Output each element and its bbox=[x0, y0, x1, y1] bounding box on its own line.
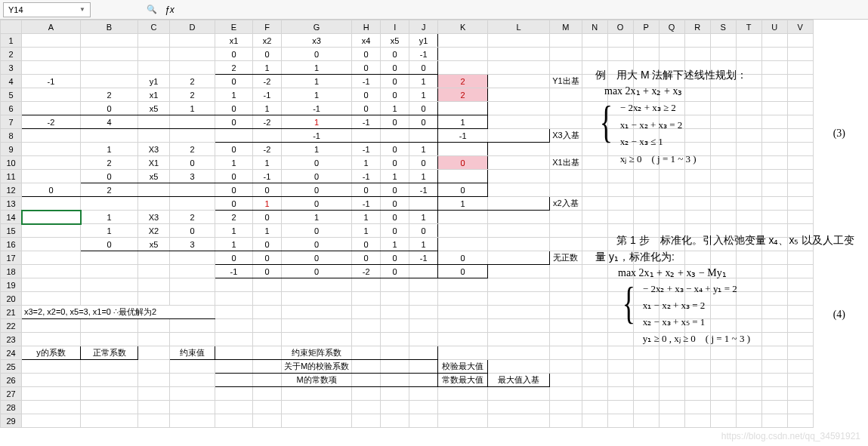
cell-H19[interactable] bbox=[352, 278, 381, 292]
cell-C13[interactable] bbox=[138, 197, 170, 211]
cell-C23[interactable] bbox=[138, 333, 170, 346]
row-header-11[interactable]: 11 bbox=[1, 170, 22, 183]
cell-B25[interactable] bbox=[81, 360, 138, 374]
cell-I10[interactable]: 0 bbox=[381, 156, 409, 170]
cell-I4[interactable]: 0 bbox=[381, 75, 409, 88]
cell-F28[interactable] bbox=[253, 401, 282, 414]
cell-I16[interactable]: 1 bbox=[381, 238, 409, 251]
col-header-S[interactable]: S bbox=[710, 20, 736, 34]
cell-J2[interactable]: -1 bbox=[409, 48, 438, 61]
cell-H20[interactable] bbox=[352, 292, 381, 306]
cell-R26[interactable] bbox=[684, 374, 710, 387]
cell-K13[interactable]: 1 bbox=[438, 197, 488, 211]
cell-M26[interactable] bbox=[550, 374, 582, 387]
cell-B17[interactable] bbox=[81, 251, 138, 265]
cell-I24[interactable] bbox=[381, 346, 409, 360]
row-header-3[interactable]: 3 bbox=[1, 61, 22, 75]
cell-G20[interactable] bbox=[282, 292, 352, 306]
cell-T1[interactable] bbox=[736, 34, 761, 48]
cell-E3[interactable]: 2 bbox=[215, 61, 253, 75]
cell-U2[interactable] bbox=[761, 48, 787, 61]
cell-D20[interactable] bbox=[170, 292, 215, 306]
cell-T25[interactable] bbox=[736, 360, 761, 374]
cell-S28[interactable] bbox=[710, 401, 736, 414]
cell-H12[interactable]: 0 bbox=[352, 183, 381, 197]
cell-I14[interactable]: 0 bbox=[381, 211, 409, 224]
cell-L1[interactable] bbox=[488, 34, 550, 48]
cell-N14[interactable] bbox=[582, 211, 607, 224]
cell-E19[interactable] bbox=[215, 278, 253, 292]
cell-D29[interactable] bbox=[170, 414, 215, 428]
cell-E22[interactable] bbox=[215, 319, 253, 333]
cell-A27[interactable] bbox=[22, 387, 81, 401]
cell-J15[interactable]: 0 bbox=[409, 224, 438, 238]
cell-H14[interactable]: 1 bbox=[352, 211, 381, 224]
cell-F1[interactable]: x2 bbox=[253, 34, 282, 48]
cell-U14[interactable] bbox=[761, 211, 787, 224]
cell-J12[interactable]: -1 bbox=[409, 183, 438, 197]
cell-G10[interactable]: 0 bbox=[282, 156, 352, 170]
cell-H4[interactable]: -1 bbox=[352, 75, 381, 88]
cell-D3[interactable] bbox=[170, 61, 215, 75]
cell-J20[interactable] bbox=[409, 292, 438, 306]
cell-D27[interactable] bbox=[170, 387, 215, 401]
cell-J8[interactable] bbox=[409, 129, 438, 143]
cell-A2[interactable] bbox=[22, 48, 81, 61]
cell-J3[interactable]: 0 bbox=[409, 61, 438, 75]
cell-M27[interactable] bbox=[550, 387, 582, 401]
cell-B20[interactable] bbox=[81, 292, 138, 306]
cell-O24[interactable] bbox=[607, 346, 633, 360]
cell-H13[interactable]: -1 bbox=[352, 197, 381, 211]
cell-G27[interactable] bbox=[282, 387, 352, 401]
cell-I20[interactable] bbox=[381, 292, 409, 306]
cell-E17[interactable]: 0 bbox=[215, 251, 253, 265]
row-header-8[interactable]: 8 bbox=[1, 129, 22, 143]
cell-R27[interactable] bbox=[684, 387, 710, 401]
cell-G23[interactable] bbox=[282, 333, 352, 346]
cell-J21[interactable] bbox=[409, 306, 438, 319]
search-icon[interactable]: 🔍 bbox=[147, 5, 157, 14]
cell-M24[interactable] bbox=[550, 346, 582, 360]
cell-H9[interactable]: -1 bbox=[352, 143, 381, 156]
cell-G26[interactable]: M的常数项 bbox=[282, 374, 352, 387]
cell-R25[interactable] bbox=[684, 360, 710, 374]
cell-H26[interactable] bbox=[352, 374, 381, 387]
row-header-17[interactable]: 17 bbox=[1, 251, 22, 265]
cell-F9[interactable]: -2 bbox=[253, 143, 282, 156]
cell-M10[interactable]: X1出基 bbox=[550, 156, 582, 170]
row-header-20[interactable]: 20 bbox=[1, 292, 22, 306]
cell-J6[interactable]: 0 bbox=[409, 102, 438, 115]
cell-N28[interactable] bbox=[582, 401, 607, 414]
cell-L17[interactable] bbox=[488, 251, 550, 265]
cell-J11[interactable]: 1 bbox=[409, 170, 438, 183]
cell-B10[interactable]: 2 bbox=[81, 156, 138, 170]
cell-C28[interactable] bbox=[138, 401, 170, 414]
cell-J22[interactable] bbox=[409, 319, 438, 333]
cell-C7[interactable] bbox=[138, 115, 170, 129]
cell-V25[interactable] bbox=[787, 360, 813, 374]
cell-D11[interactable]: 3 bbox=[170, 170, 215, 183]
cell-K2[interactable] bbox=[438, 48, 488, 61]
cell-V1[interactable] bbox=[787, 34, 813, 48]
cell-A8[interactable] bbox=[22, 129, 81, 143]
cell-D26[interactable] bbox=[170, 374, 215, 387]
cell-G6[interactable]: -1 bbox=[282, 102, 352, 115]
cell-L23[interactable] bbox=[488, 333, 550, 346]
col-header-P[interactable]: P bbox=[633, 20, 659, 34]
row-header-29[interactable]: 29 bbox=[1, 414, 22, 428]
cell-F14[interactable]: 0 bbox=[253, 211, 282, 224]
cell-A20[interactable] bbox=[22, 292, 81, 306]
cell-M4[interactable]: Y1出基 bbox=[550, 75, 582, 88]
cell-H18[interactable]: -2 bbox=[352, 265, 381, 278]
cell-K20[interactable] bbox=[438, 292, 488, 306]
cell-D15[interactable]: 0 bbox=[170, 224, 215, 238]
cell-D2[interactable] bbox=[170, 48, 215, 61]
cell-H5[interactable]: 0 bbox=[352, 88, 381, 102]
cell-E14[interactable]: 2 bbox=[215, 211, 253, 224]
cell-O13[interactable] bbox=[607, 197, 633, 211]
cell-J18[interactable] bbox=[409, 265, 438, 278]
cell-O14[interactable] bbox=[607, 211, 633, 224]
cell-V12[interactable] bbox=[787, 183, 813, 197]
cell-F17[interactable]: 0 bbox=[253, 251, 282, 265]
cell-A11[interactable] bbox=[22, 170, 81, 183]
